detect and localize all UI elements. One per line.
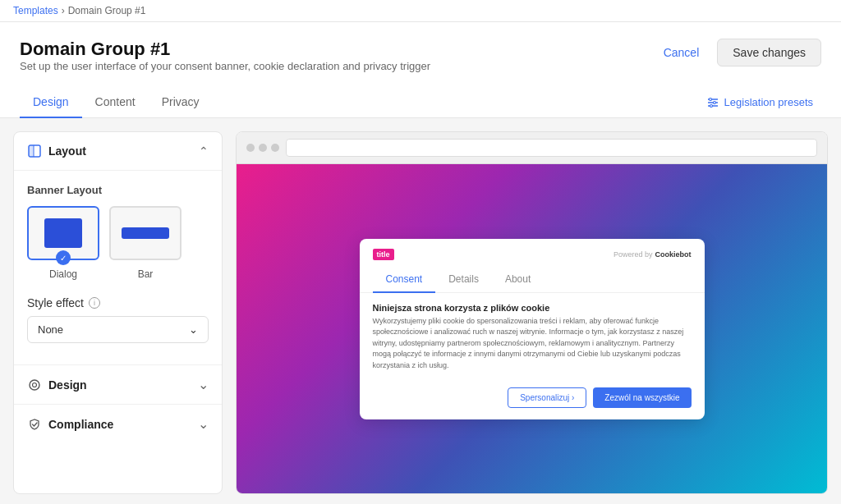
style-effect-select[interactable]: None ⌄ xyxy=(27,316,209,343)
page-subtitle: Set up the user interface of your consen… xyxy=(20,60,430,72)
layout-section-title: Layout xyxy=(48,144,86,158)
layout-section-body: Banner Layout ✓ Dialog Bar xyxy=(14,171,222,364)
sidebar-panel: Layout Banner Layout ✓ Dialog xyxy=(13,131,223,494)
design-collapsible-left: Design xyxy=(27,378,87,392)
design-icon xyxy=(27,378,42,392)
layout-card-bar[interactable] xyxy=(109,206,182,260)
dialog-label: Dialog xyxy=(49,268,77,280)
compliance-chevron-down-icon xyxy=(198,416,209,432)
layout-icon xyxy=(27,144,42,158)
svg-point-5 xyxy=(710,104,712,107)
browser-dot-1 xyxy=(246,144,255,152)
save-button[interactable]: Save changes xyxy=(717,39,821,66)
banner-layout-options: ✓ Dialog Bar xyxy=(27,206,209,280)
consent-modal: title Powered by Cookiebot Consent Detai… xyxy=(360,239,705,420)
style-effect-label-row: Style effect i xyxy=(27,296,209,309)
page-title: Domain Group #1 xyxy=(20,39,430,60)
browser-dot-2 xyxy=(259,144,267,152)
layout-section-label-group: Layout xyxy=(27,144,86,158)
compliance-collapsible-left: Compliance xyxy=(27,417,113,432)
browser-dot-3 xyxy=(271,144,279,152)
compliance-collapsible-label: Compliance xyxy=(48,418,113,431)
cancel-button[interactable]: Cancel xyxy=(654,39,710,66)
consent-body-text: Wykorzystujemy pliki cookie do spersonal… xyxy=(373,316,692,372)
tabs-bar: Design Content Privacy Legislation prese… xyxy=(20,87,821,117)
powered-by-label: Powered by Cookiebot xyxy=(614,250,692,259)
svg-point-9 xyxy=(30,380,39,390)
header-section: Domain Group #1 Set up the user interfac… xyxy=(0,22,841,118)
style-effect-section: Style effect i None ⌄ xyxy=(27,296,209,343)
compliance-icon xyxy=(27,417,42,432)
svg-rect-7 xyxy=(29,145,34,157)
legislation-presets-label: Legislation presets xyxy=(724,96,813,108)
consent-title: Niniejsza strona korzysta z plików cooki… xyxy=(373,303,692,313)
compliance-collapsible[interactable]: Compliance xyxy=(14,404,222,443)
consent-personalize-button[interactable]: Spersonalizuj › xyxy=(508,387,586,408)
preview-area: title Powered by Cookiebot Consent Detai… xyxy=(236,131,828,494)
consent-accept-button[interactable]: Zezwól na wszystkie xyxy=(593,387,691,408)
layout-chevron-up-icon xyxy=(199,144,209,158)
header-actions: Cancel Save changes xyxy=(654,39,821,66)
breadcrumb-separator: › xyxy=(62,5,65,16)
consent-tabs: Consent Details About xyxy=(360,267,705,293)
check-badge-dialog: ✓ xyxy=(56,250,71,265)
tab-design[interactable]: Design xyxy=(20,87,82,118)
svg-point-3 xyxy=(709,98,711,100)
layout-section-header[interactable]: Layout xyxy=(14,132,222,171)
svg-point-4 xyxy=(713,101,715,103)
style-effect-label: Style effect xyxy=(27,296,84,309)
tab-privacy[interactable]: Privacy xyxy=(149,87,213,118)
consent-tab-consent[interactable]: Consent xyxy=(373,267,436,293)
style-effect-info-icon[interactable]: i xyxy=(89,297,100,309)
legislation-presets-button[interactable]: Legislation presets xyxy=(698,91,821,114)
breadcrumb-current: Domain Group #1 xyxy=(68,5,146,16)
design-collapsible[interactable]: Design xyxy=(14,364,222,404)
layout-option-bar[interactable]: Bar xyxy=(109,206,182,280)
layout-option-dialog[interactable]: ✓ Dialog xyxy=(27,206,99,280)
design-chevron-down-icon xyxy=(198,377,209,392)
consent-modal-header: title Powered by Cookiebot xyxy=(360,239,705,260)
breadcrumb: Templates › Domain Group #1 xyxy=(0,0,841,22)
main-content: Layout Banner Layout ✓ Dialog xyxy=(0,118,841,504)
style-effect-value: None xyxy=(38,323,63,336)
banner-layout-label: Banner Layout xyxy=(27,184,209,196)
preview-background: title Powered by Cookiebot Consent Detai… xyxy=(237,164,827,494)
style-effect-chevron-down-icon: ⌄ xyxy=(189,323,198,336)
browser-dots xyxy=(246,144,279,152)
consent-logo: title xyxy=(373,249,394,260)
consent-tab-details[interactable]: Details xyxy=(435,267,492,293)
breadcrumb-parent-link[interactable]: Templates xyxy=(13,5,58,16)
design-collapsible-label: Design xyxy=(48,378,87,392)
browser-chrome xyxy=(237,132,827,164)
tabs-left: Design Content Privacy xyxy=(20,87,213,117)
bar-preview xyxy=(122,227,169,239)
consent-actions: Spersonalizuj › Zezwól na wszystkie xyxy=(360,381,705,419)
svg-point-10 xyxy=(33,383,37,387)
dialog-preview xyxy=(44,218,82,248)
consent-body: Niniejsza strona korzysta z plików cooki… xyxy=(360,293,705,382)
tab-content[interactable]: Content xyxy=(82,87,149,118)
browser-address-bar xyxy=(286,139,817,157)
consent-tab-about[interactable]: About xyxy=(492,267,544,293)
sliders-icon xyxy=(706,96,719,109)
bar-label: Bar xyxy=(138,268,154,280)
layout-card-dialog[interactable]: ✓ xyxy=(27,206,99,260)
